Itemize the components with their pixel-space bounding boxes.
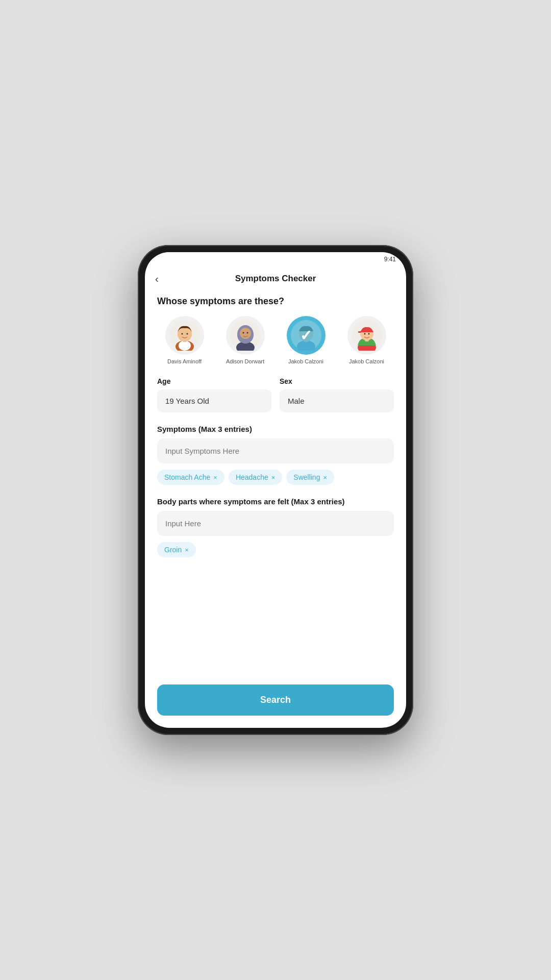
- sex-label: Sex: [280, 377, 394, 385]
- avatar-circle-4: [347, 316, 386, 355]
- avatar-name-2: Adison Dorwart: [226, 358, 264, 365]
- avatars-row: Davis Aminoff: [157, 316, 394, 365]
- avatar-item-1[interactable]: Davis Aminoff: [157, 316, 212, 365]
- tag-stomach-ache: Stomach Ache ×: [157, 470, 224, 485]
- tag-groin: Groin ×: [157, 542, 196, 557]
- symptoms-label: Symptoms (Max 3 entries): [157, 425, 394, 433]
- age-sex-row: Age 19 Years Old Sex Male: [157, 377, 394, 412]
- back-button[interactable]: ‹: [155, 273, 159, 285]
- search-button[interactable]: Search: [157, 684, 394, 716]
- svg-point-5: [181, 333, 183, 335]
- app-content: ‹ Symptoms Checker Whose symptoms are th…: [145, 266, 406, 728]
- avatar-name-3: Jakob Calzoni: [288, 358, 323, 365]
- avatar-item-2[interactable]: Adison Dorwart: [218, 316, 272, 365]
- header-title: Symptoms Checker: [235, 274, 316, 284]
- tag-swelling: Swelling ×: [286, 470, 334, 485]
- content-area: Whose symptoms are these?: [145, 291, 406, 678]
- body-parts-label: Body parts where symptoms are felt (Max …: [157, 497, 394, 506]
- tag-stomach-ache-text: Stomach Ache: [164, 473, 210, 481]
- svg-point-23: [368, 333, 369, 335]
- status-bar: 9:41: [145, 252, 406, 266]
- tag-swelling-remove[interactable]: ×: [323, 474, 327, 481]
- tag-swelling-text: Swelling: [293, 473, 320, 481]
- svg-point-22: [364, 333, 365, 335]
- question-text: Whose symptoms are these?: [157, 296, 394, 307]
- tag-stomach-ache-remove[interactable]: ×: [213, 474, 217, 481]
- symptoms-tags: Stomach Ache × Headache × Swelling ×: [157, 470, 394, 485]
- avatar-name-4: Jakob Calzoni: [349, 358, 384, 365]
- age-group: Age 19 Years Old: [157, 377, 271, 412]
- svg-rect-21: [358, 331, 361, 333]
- avatar-item-3[interactable]: ✓ Jakob Calzoni: [279, 316, 333, 365]
- svg-point-6: [186, 333, 188, 335]
- avatar-item-4[interactable]: Jakob Calzoni: [339, 316, 394, 365]
- avatar-circle-2: [226, 316, 265, 355]
- symptoms-input[interactable]: [157, 438, 394, 463]
- age-value[interactable]: 19 Years Old: [157, 389, 271, 412]
- svg-point-11: [242, 332, 244, 334]
- body-parts-input[interactable]: [157, 511, 394, 536]
- body-parts-tags: Groin ×: [157, 542, 394, 557]
- svg-point-12: [246, 332, 248, 334]
- sex-value[interactable]: Male: [280, 389, 394, 412]
- tag-headache-remove[interactable]: ×: [271, 474, 276, 481]
- avatar-name-1: Davis Aminoff: [167, 358, 202, 365]
- sex-group: Sex Male: [280, 377, 394, 412]
- tag-groin-text: Groin: [164, 546, 182, 554]
- tag-headache-text: Headache: [236, 473, 268, 481]
- avatar-circle-1: [165, 316, 204, 355]
- tag-groin-remove[interactable]: ×: [185, 547, 189, 553]
- tag-headache: Headache ×: [229, 470, 282, 485]
- age-label: Age: [157, 377, 271, 385]
- avatar-circle-3: ✓: [287, 316, 325, 355]
- header: ‹ Symptoms Checker: [145, 266, 406, 291]
- phone-frame: 9:41 ‹ Symptoms Checker Whose symptoms a…: [138, 245, 413, 735]
- phone-screen: 9:41 ‹ Symptoms Checker Whose symptoms a…: [145, 252, 406, 728]
- svg-point-4: [178, 327, 192, 341]
